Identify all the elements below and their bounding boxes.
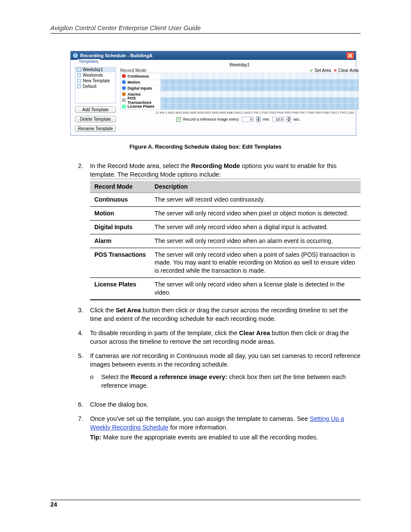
reference-image-label: Record a reference image every:	[183, 117, 240, 121]
table-row: ContinuousThe server will record video c…	[90, 193, 361, 207]
record-mode-label: Record Mode:	[120, 68, 147, 73]
sub-step-text: Select the	[101, 373, 131, 380]
tip-label: Tip:	[90, 434, 101, 441]
list-item-label: Weekday1	[83, 67, 103, 72]
lpr-icon	[122, 105, 126, 109]
sub-step: o Select the Record a reference image ev…	[90, 373, 361, 390]
min-spinner[interactable]: ▲▼	[256, 116, 261, 122]
dialog-titlebar[interactable]: Recording Schedule - BuildingA	[71, 51, 356, 60]
rename-template-button[interactable]: Rename Template	[75, 125, 116, 132]
record-mode-table: Record Mode Description ContinuousThe se…	[90, 181, 361, 300]
step-text: In the Record Mode area, select the	[90, 162, 191, 169]
list-item[interactable]: Default	[75, 84, 115, 89]
page-footer: 24	[50, 500, 361, 508]
spin-up-icon[interactable]: ▲	[256, 116, 261, 119]
set-area-button[interactable]: ✓Set Area	[310, 68, 331, 73]
reference-image-checkbox[interactable]	[176, 117, 181, 122]
step-text: Close the dialog box.	[90, 401, 148, 408]
page-number: 24	[50, 501, 361, 508]
mode-row-digital[interactable]: Digital Inputs	[121, 85, 358, 91]
step-number: 3.	[78, 306, 90, 323]
reference-image-row: Record a reference image every: ▲▼ min. …	[120, 116, 359, 122]
min-unit: min.	[263, 117, 270, 121]
step-text-italic: not	[132, 352, 140, 359]
doc-header-title: Avigilon Control Center Enterprise Clien…	[50, 24, 361, 31]
add-template-button[interactable]: Add Template	[75, 106, 116, 113]
table-row: MotionThe server will only record video …	[90, 206, 361, 220]
close-icon[interactable]	[346, 52, 354, 59]
list-item[interactable]: Weekday1	[75, 67, 115, 72]
step-text-bold: Clear Area	[239, 330, 270, 336]
digital-inputs-icon	[122, 86, 126, 90]
timeline-continuous[interactable]	[160, 73, 358, 79]
step-2: 2. In the Record Mode area, select the R…	[78, 162, 361, 300]
x-icon: ✕	[333, 68, 337, 73]
mode-row-pos[interactable]: POS Transactions	[121, 97, 358, 103]
step-text-bold: Recording Mode	[191, 162, 240, 169]
spin-down-icon[interactable]: ▼	[256, 119, 261, 122]
list-item-label: New Template	[83, 78, 110, 83]
step-text: for more information.	[168, 424, 228, 431]
step-4: 4. To disable recording in parts of the …	[78, 329, 361, 346]
list-item-label: Weekends	[83, 73, 103, 78]
step-7: 7. Once you've set up the template, you …	[78, 415, 361, 442]
step-text: Click the	[90, 307, 116, 314]
timeline-pos[interactable]	[160, 97, 358, 103]
table-header: Record Mode	[90, 181, 150, 193]
list-item-label: Default	[83, 84, 97, 89]
table-row: License PlatesThe server will only recor…	[90, 278, 361, 300]
reference-min-input[interactable]	[242, 117, 254, 122]
timeline-motion[interactable]	[160, 79, 358, 85]
mode-label: Digital Inputs	[128, 86, 152, 90]
clear-area-button[interactable]: ✕Clear Area	[333, 68, 358, 73]
mode-label: License Plates	[128, 104, 155, 109]
sub-step-bold: Record a reference image every:	[131, 373, 227, 380]
header-rule	[50, 33, 361, 34]
selected-template-name: Weekday1	[120, 62, 359, 67]
mode-row-lpr[interactable]: License Plates	[121, 103, 358, 109]
sec-spinner[interactable]: ▲▼	[286, 116, 291, 122]
time-axis: 12 AM1 AM2 AM3 AM4 AM5 AM6 AM7 AM8 AM9 A…	[120, 110, 359, 115]
spin-down-icon[interactable]: ▼	[286, 119, 291, 122]
sec-unit: sec.	[293, 117, 301, 121]
tip-text: Make sure the appropriate events are ena…	[101, 434, 318, 441]
spin-up-icon[interactable]: ▲	[286, 116, 291, 119]
svg-point-0	[73, 53, 78, 58]
step-number: 4.	[78, 329, 90, 346]
templates-group-label: Templates:	[78, 59, 100, 64]
step-5: 5. If cameras are not recording in Conti…	[78, 352, 361, 394]
schedule-grid[interactable]: Continuous Motion Digital Inputs Al	[120, 73, 359, 110]
step-6: 6. Close the dialog box.	[78, 401, 361, 409]
tip: Tip: Make sure the appropriate events ar…	[90, 433, 361, 442]
pos-icon	[122, 98, 126, 102]
templates-list[interactable]: Weekday1 Weekends New Template Default	[75, 67, 116, 103]
list-item[interactable]: New Template	[75, 78, 115, 84]
step-number: 7.	[78, 415, 90, 442]
step-text: Once you've set up the template, you can…	[90, 415, 310, 422]
step-text: To disable recording in parts of the tem…	[90, 330, 239, 336]
table-row: Digital InputsThe server will only recor…	[90, 220, 361, 234]
set-area-label: Set Area	[314, 68, 331, 73]
mode-label: Continuous	[128, 74, 149, 78]
clear-area-label: Clear Area	[338, 68, 358, 73]
continuous-icon	[122, 74, 126, 78]
delete-template-button[interactable]: Delete Template	[75, 116, 116, 122]
timeline-digital[interactable]	[160, 85, 358, 91]
table-header: Description	[150, 181, 361, 193]
motion-icon	[122, 80, 126, 84]
timeline-lpr[interactable]	[160, 103, 358, 109]
mode-row-continuous[interactable]: Continuous	[121, 73, 358, 79]
reference-sec-input[interactable]	[272, 117, 284, 122]
step-text: If cameras are	[90, 352, 132, 359]
list-item[interactable]: Weekends	[75, 72, 115, 78]
step-number: 5.	[78, 352, 90, 394]
mode-label: Motion	[128, 80, 140, 84]
mode-row-motion[interactable]: Motion	[121, 79, 358, 85]
step-number: 6.	[78, 401, 90, 409]
step-text-bold: Set Area	[116, 307, 141, 314]
check-icon: ✓	[310, 68, 313, 73]
timeline-alarms[interactable]	[160, 91, 358, 97]
dialog-title: Recording Schedule - BuildingA	[80, 53, 153, 58]
app-icon	[72, 53, 78, 59]
sub-bullet: o	[90, 373, 101, 390]
